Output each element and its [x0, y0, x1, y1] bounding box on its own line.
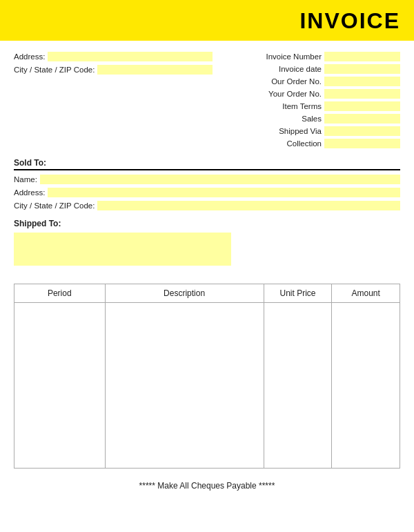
our-order-label: Our Order No. — [271, 77, 322, 86]
sold-to-name-row: Name: — [14, 175, 400, 184]
unit-price-cell[interactable] — [264, 303, 332, 469]
shipped-to-section: Shipped To: — [14, 219, 400, 266]
city-row: City / State / ZIP Code: — [14, 65, 213, 75]
sold-to-address-row: Address: — [14, 188, 400, 197]
invoice-header: INVOICE — [0, 0, 414, 41]
sales-input[interactable] — [324, 114, 400, 124]
description-cell[interactable] — [105, 303, 264, 469]
address-row: Address: — [14, 52, 213, 61]
invoice-date-input[interactable] — [324, 64, 400, 74]
shipped-to-label: Shipped To: — [14, 219, 400, 228]
footer: ***** Make All Cheques Payable ***** — [0, 475, 414, 497]
col-amount: Amount — [332, 284, 400, 303]
sold-to-address-input[interactable] — [48, 188, 400, 197]
item-terms-row: Item Terms — [219, 101, 400, 111]
top-section: Address: City / State / ZIP Code: Invoic… — [14, 52, 400, 151]
address-input[interactable] — [48, 52, 213, 61]
sold-to-name-input[interactable] — [40, 175, 400, 184]
item-terms-label: Item Terms — [282, 102, 322, 110]
left-address-section: Address: City / State / ZIP Code: — [14, 52, 213, 151]
sold-to-name-label: Name: — [14, 175, 37, 184]
sold-to-city-label: City / State / ZIP Code: — [14, 201, 95, 210]
our-order-input[interactable] — [324, 77, 400, 86]
right-info-section: Invoice Number Invoice date Our Order No… — [219, 52, 400, 151]
table-header-row: Period Description Unit Price Amount — [14, 284, 400, 303]
collection-input[interactable] — [324, 139, 400, 148]
table-row — [14, 303, 400, 469]
item-terms-input[interactable] — [324, 101, 400, 111]
invoice-number-input[interactable] — [324, 52, 400, 61]
shipped-via-label: Shipped Via — [279, 127, 322, 135]
sold-to-city-row: City / State / ZIP Code: — [14, 201, 400, 210]
your-order-label: Your Order No. — [268, 90, 322, 98]
city-input[interactable] — [97, 65, 213, 75]
invoice-date-label: Invoice date — [279, 65, 322, 73]
sold-to-address-label: Address: — [14, 188, 45, 197]
invoice-table: Period Description Unit Price Amount — [14, 284, 400, 469]
address-label: Address: — [14, 52, 45, 61]
invoice-number-row: Invoice Number — [219, 52, 400, 61]
collection-label: Collection — [287, 139, 322, 148]
invoice-table-section: Period Description Unit Price Amount — [14, 284, 400, 469]
sold-to-label: Sold To: — [14, 158, 400, 170]
invoice-title: INVOICE — [299, 8, 400, 33]
amount-cell[interactable] — [332, 303, 400, 469]
sales-label: Sales — [302, 115, 322, 123]
main-content: Address: City / State / ZIP Code: Invoic… — [0, 41, 414, 273]
sold-to-city-input[interactable] — [97, 201, 400, 210]
shipped-via-input[interactable] — [324, 126, 400, 136]
your-order-input[interactable] — [324, 89, 400, 99]
sales-row: Sales — [219, 114, 400, 124]
col-description: Description — [105, 284, 264, 303]
period-cell[interactable] — [14, 303, 106, 469]
footer-text: ***** Make All Cheques Payable ***** — [139, 481, 275, 491]
collection-row: Collection — [219, 139, 400, 148]
col-period: Period — [14, 284, 106, 303]
city-label: City / State / ZIP Code: — [14, 66, 95, 74]
your-order-row: Your Order No. — [219, 89, 400, 99]
shipped-via-row: Shipped Via — [219, 126, 400, 136]
sold-to-section: Sold To: Name: Address: City / State / Z… — [14, 158, 400, 210]
invoice-date-row: Invoice date — [219, 64, 400, 74]
shipped-to-input[interactable] — [14, 233, 231, 266]
invoice-number-label: Invoice Number — [266, 52, 322, 61]
our-order-row: Our Order No. — [219, 77, 400, 86]
col-unit-price: Unit Price — [264, 284, 332, 303]
